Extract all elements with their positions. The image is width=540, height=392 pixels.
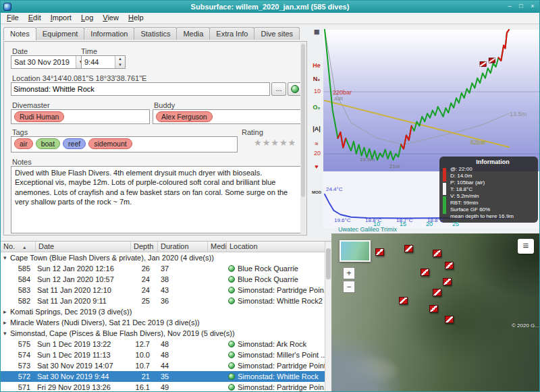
dive-row[interactable]: 574Sun 1 Dec 2019 11:1310.048Simonstad: …	[1, 349, 325, 360]
dive-location-text: Simonstad: Partridge Point	[238, 360, 325, 371]
zoom-in-button[interactable]: +	[343, 267, 355, 279]
dive-number: 571	[1, 382, 36, 392]
location-more-button[interactable]: ...	[271, 82, 286, 96]
dive-flag-marker[interactable]	[429, 305, 438, 312]
tag-chip[interactable]: air	[14, 138, 33, 149]
scrollbar-thumb[interactable]	[301, 44, 305, 197]
collapse-icon[interactable]: ▾	[1, 328, 9, 339]
trip-row[interactable]: ▾Cape Town (Blue Flash Divers & private)…	[1, 252, 325, 263]
column-header-location[interactable]: Location	[227, 242, 325, 252]
max-depth-label: 21m	[389, 163, 400, 169]
dive-flag-marker[interactable]	[445, 262, 454, 269]
dive-date: Sat 30 Nov 2019 14:07	[36, 360, 131, 371]
dive-flag-marker[interactable]	[399, 297, 408, 304]
collapse-icon[interactable]: ▾	[1, 252, 9, 263]
tags-field[interactable]: airboatreefsidemount	[11, 136, 238, 152]
menubar: FileEditImportLogViewHelp	[1, 13, 539, 24]
location-input[interactable]	[11, 82, 270, 96]
dive-row[interactable]: 572Sat 30 Nov 2019 9:442135Simonstad: Wh…	[1, 371, 325, 382]
tag-chip[interactable]: Rudi Human	[14, 111, 64, 122]
titlebar[interactable]: Subsurface: willem_2020_jan.xml (585 div…	[1, 1, 539, 13]
time-spinbox[interactable]: 9:44 ▲▼	[81, 55, 126, 69]
dive-flag-marker[interactable]	[404, 245, 413, 252]
tab-media[interactable]: Media	[176, 27, 210, 40]
pp-o2-toggle-icon[interactable]: O₂	[310, 104, 323, 111]
depth-axis-label: 20	[314, 150, 321, 157]
tag-chip[interactable]: Alex Ferguson	[156, 111, 213, 122]
menu-log[interactable]: Log	[76, 13, 98, 22]
dive-flag-marker[interactable]	[433, 250, 441, 257]
mean-depth-label: 13.5m	[510, 111, 526, 117]
air-toggle-icon[interactable]: |A|	[310, 125, 323, 132]
tab-dive-sites[interactable]: Dive sites	[254, 27, 300, 40]
tab-equipment[interactable]: Equipment	[36, 27, 85, 40]
map-menu-button[interactable]: ≡	[518, 239, 534, 254]
notes-textarea[interactable]: Dived with Blue Flash Divers. 4th elemen…	[11, 166, 301, 233]
dive-flag-marker[interactable]	[375, 248, 384, 256]
minimize-button[interactable]: –	[505, 2, 514, 11]
overview-map[interactable]	[340, 240, 371, 262]
star-rating[interactable]: ★★★★★	[254, 138, 296, 148]
pp-he-toggle-icon[interactable]: He	[310, 62, 323, 69]
menu-help[interactable]: Help	[124, 13, 148, 22]
pp-n2-toggle-icon[interactable]: N₂	[310, 76, 323, 82]
notes-scrollbar[interactable]	[300, 43, 306, 234]
date-combobox[interactable]: Sat 30 Nov 2019 ▼	[11, 55, 86, 69]
scrollbar-thumb[interactable]	[326, 248, 331, 279]
dive-row[interactable]: 582Sat 11 Jan 2020 9:112536Simonstad: Wh…	[1, 296, 325, 306]
column-header-depth[interactable]: Depth	[131, 242, 158, 252]
trip-row[interactable]: ▾Simonstad, Cape (Pisces & Blue Flash Di…	[1, 328, 325, 339]
date-value: Sat 30 Nov 2019	[14, 58, 70, 66]
dive-duration: 49	[158, 382, 208, 392]
dive-row[interactable]: 585Sun 12 Jan 2020 12:162637Blue Rock Qu…	[1, 263, 325, 274]
dive-number: 575	[1, 339, 36, 349]
dive-flag-marker[interactable]	[445, 316, 454, 323]
trip-row[interactable]: ▸Komati Springs, Dec 2019 (3 dive(s))	[1, 306, 325, 317]
ruler-toggle-icon[interactable]: ≈	[310, 140, 323, 147]
dive-location-text: Simonstad: Partridge Poin...	[238, 285, 325, 296]
column-header-date[interactable]: Date	[36, 242, 131, 252]
maximize-button[interactable]: □	[516, 2, 526, 11]
tag-chip[interactable]: boat	[36, 138, 60, 149]
expand-icon[interactable]: ▸	[1, 306, 9, 317]
menu-file[interactable]: File	[2, 13, 24, 22]
dive-list-scrollbar[interactable]	[325, 242, 331, 392]
info-line: RBT: 99min	[450, 200, 535, 206]
dive-location-text: Simonstad: Partridge Poin...	[238, 382, 325, 392]
buddy-field[interactable]: Alex Ferguson	[153, 109, 302, 124]
depth-sample-label: 19.9m	[360, 157, 375, 163]
globe-icon	[291, 85, 299, 93]
dive-flag-marker[interactable]	[433, 289, 441, 296]
mod-toggle-icon[interactable]: MOD	[310, 190, 323, 194]
column-header-media[interactable]: Media	[208, 242, 227, 252]
dive-number: 583	[1, 285, 36, 296]
zoom-out-button[interactable]: −	[343, 281, 355, 293]
tab-statistics[interactable]: Statistics	[134, 27, 177, 40]
close-button[interactable]: ×	[528, 2, 537, 11]
dive-flag-marker[interactable]	[443, 278, 452, 285]
menu-edit[interactable]: Edit	[24, 13, 46, 22]
divemaster-field[interactable]: Rudi Human	[11, 109, 150, 124]
tab-extra-info[interactable]: Extra Info	[209, 27, 254, 40]
menu-import[interactable]: Import	[46, 13, 76, 22]
heartrate-toggle-icon[interactable]: ♥	[310, 163, 323, 170]
tab-information[interactable]: Information	[84, 27, 134, 40]
info-box-lines: @: 22:00D: 14.0mP: 105bar (air)T: 18.8°C…	[450, 166, 535, 220]
dive-row[interactable]: 571Fri 29 Nov 2019 13:2616.149Simonstad:…	[1, 382, 325, 392]
trip-row[interactable]: ▸Miracle Waters (Nudi Divers), Sat 21 De…	[1, 317, 325, 328]
tag-chip[interactable]: reef	[63, 138, 86, 149]
expand-icon[interactable]: ▸	[1, 317, 9, 328]
spin-arrows-icon[interactable]: ▲▼	[115, 56, 125, 68]
picture-toggle-icon[interactable]: ▦	[310, 28, 323, 35]
column-header-duration[interactable]: Duration	[158, 242, 208, 252]
column-header-no[interactable]: No.▴	[1, 242, 36, 252]
dive-row[interactable]: 573Sat 30 Nov 2019 14:0710.744Simonstad:…	[1, 360, 325, 371]
dive-row[interactable]: 583Sat 11 Jan 2020 12:102443Simonstad: P…	[1, 285, 325, 296]
dive-row[interactable]: 575Sun 1 Dec 2019 13:2212.748Simonstad: …	[1, 339, 325, 349]
map-panel[interactable]: + − ≡ © 2020 G...	[331, 233, 540, 392]
menu-view[interactable]: View	[98, 13, 124, 22]
dive-flag-marker[interactable]	[421, 269, 429, 276]
tab-notes[interactable]: Notes	[3, 27, 36, 40]
tag-chip[interactable]: sidemount	[88, 138, 132, 149]
dive-row[interactable]: 584Sun 12 Jan 2020 10:572438Blue Rock Qu…	[1, 274, 325, 285]
